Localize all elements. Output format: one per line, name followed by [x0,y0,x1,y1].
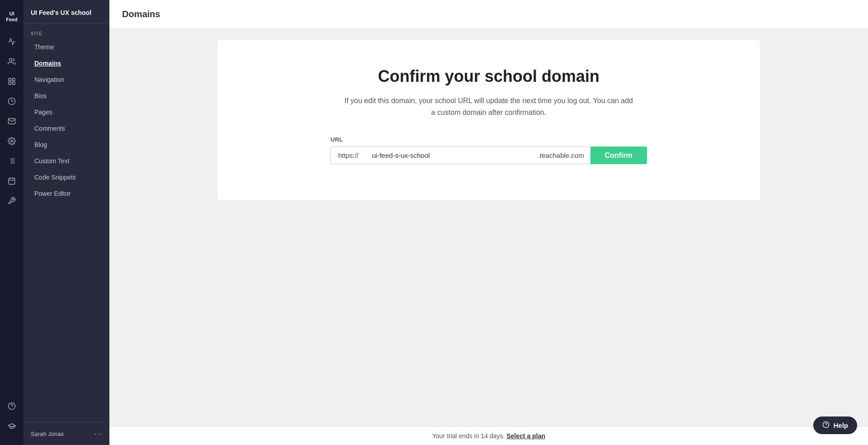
help-icon [822,421,830,430]
url-suffix: .teachable.com [532,147,590,164]
confirm-button[interactable]: Confirm [590,147,647,164]
user-name: Sarah Jonas [31,431,64,437]
sidebar-item-bios[interactable]: Bios [27,88,106,104]
help-sidebar-icon[interactable] [4,398,20,414]
sidebar-item-blog[interactable]: Blog [27,137,106,152]
trial-bar: Your trial ends in 14 days. Select a pla… [109,426,868,445]
domain-card: Confirm your school domain If you edit t… [217,40,760,200]
sidebar-item-pages[interactable]: Pages [27,104,106,120]
svg-rect-13 [9,178,15,185]
sidebar-item-theme[interactable]: Theme [27,39,106,55]
more-options-icon[interactable]: ⋯ [94,429,102,439]
svg-point-0 [9,59,12,62]
sidebar-item-code-snippets[interactable]: Code Snippets [27,170,106,185]
select-plan-link[interactable]: Select a plan [506,432,545,440]
svg-rect-2 [13,79,15,81]
dashboard-icon[interactable] [4,73,20,90]
page-title: Domains [122,9,855,19]
url-input-row: https:// .teachable.com Confirm [330,147,647,164]
library-icon[interactable] [4,153,20,169]
user-row: Sarah Jonas ⋯ [24,422,109,445]
svg-rect-3 [13,82,15,85]
url-prefix: https:// [330,147,366,164]
url-label: URL [330,136,343,143]
sidebar-item-domains[interactable]: Domains [27,56,106,71]
help-label: Help [833,421,848,429]
url-section: URL https:// .teachable.com Confirm [330,136,647,164]
sales-icon[interactable] [4,93,20,109]
sidebar-item-power-editor[interactable]: Power Editor [27,186,106,201]
card-description: If you edit this domain, your school URL… [342,95,636,118]
svg-rect-1 [9,79,11,81]
trial-text: Your trial ends in 14 days. [432,432,505,440]
tools-icon[interactable] [4,193,20,209]
school-name: UI Feed's UX school [24,0,109,24]
sidebar-item-comments[interactable]: Comments [27,121,106,136]
main-content: Domains Confirm your school domain If yo… [109,0,868,445]
top-bar: Domains [109,0,868,29]
url-input[interactable] [366,147,532,164]
card-heading: Confirm your school domain [236,67,742,86]
site-section-label: SITE [24,24,109,39]
email-icon[interactable] [4,113,20,129]
analytics-icon[interactable] [4,33,20,50]
svg-point-6 [11,140,13,142]
sidebar-item-custom-text[interactable]: Custom Text [27,153,106,169]
app-logo-text: UIFeed [4,7,19,30]
nav-sidebar: UI Feed's UX school SITE Theme Domains N… [24,0,109,445]
sidebar-item-navigation[interactable]: Navigation [27,72,106,87]
graduation-icon[interactable] [4,418,20,434]
svg-rect-4 [9,82,11,85]
settings-icon[interactable] [4,133,20,149]
users-icon[interactable] [4,53,20,70]
icon-sidebar: UIFeed [0,0,24,445]
calendar-icon[interactable] [4,173,20,189]
content-area: Confirm your school domain If you edit t… [109,29,868,426]
help-button[interactable]: Help [813,417,857,434]
